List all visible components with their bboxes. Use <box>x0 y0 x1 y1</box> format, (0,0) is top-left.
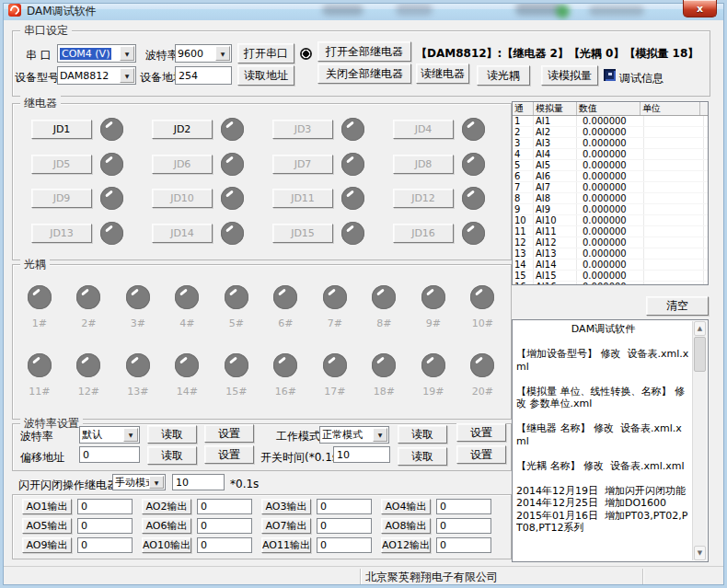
flash-mode-combobox[interactable]: 手动模式 ▼ <box>112 474 166 490</box>
relay-button[interactable]: JD3 <box>272 120 333 139</box>
close-button[interactable]: x <box>683 0 717 17</box>
relay-button[interactable]: JD16 <box>393 224 454 243</box>
ao-output-input[interactable]: 0 <box>197 499 252 514</box>
clear-button[interactable]: 清空 <box>646 296 709 316</box>
ao-output-button[interactable]: AO7输出 <box>261 518 311 534</box>
relay-button[interactable]: JD13 <box>31 224 92 243</box>
ao-output-input[interactable]: 0 <box>77 499 133 514</box>
flash-time-input[interactable]: 10 <box>172 474 225 490</box>
baudrate-read-button[interactable]: 读取 <box>147 425 197 444</box>
ao-output-button[interactable]: AO8输出 <box>381 518 431 534</box>
ao-output-button[interactable]: AO3输出 <box>261 499 311 514</box>
read-relay-button[interactable]: 读继电器 <box>416 63 469 84</box>
chevron-down-icon[interactable]: ▼ <box>120 46 134 61</box>
relay-button[interactable]: JD7 <box>272 155 333 174</box>
ao-output-input[interactable]: 0 <box>197 537 252 553</box>
ao-output-button[interactable]: AO12输出 <box>381 537 431 553</box>
analog-table-row[interactable]: 2 AI2 0.000000 <box>513 127 708 138</box>
chevron-down-icon[interactable]: ▼ <box>149 476 164 489</box>
analog-table-row[interactable]: 16 AI16 0.000000 <box>513 282 708 285</box>
ao-output-button[interactable]: AO11输出 <box>261 537 311 553</box>
offset-read-button[interactable]: 读取 <box>147 446 197 465</box>
read-analog-button[interactable]: 读模拟量 <box>541 65 598 86</box>
analog-table-row[interactable]: 15 AI15 0.000000 <box>513 271 708 282</box>
analog-table-row[interactable]: 1 AI1 0.000000 <box>513 116 708 127</box>
chevron-down-icon[interactable]: ▼ <box>373 428 387 442</box>
ao-output-input[interactable]: 0 <box>77 518 133 534</box>
relay-button[interactable]: JD12 <box>393 189 454 208</box>
relay-button[interactable]: JD6 <box>152 155 213 174</box>
ao-output-button[interactable]: AO1输出 <box>22 499 72 514</box>
relay-button[interactable]: JD14 <box>152 224 213 243</box>
ao-output-input[interactable]: 0 <box>317 537 372 553</box>
ao-output-input[interactable]: 0 <box>317 499 372 514</box>
port-combobox[interactable]: COM4 (V) ▼ <box>57 44 136 63</box>
analog-table-row[interactable]: 5 AI5 0.000000 <box>513 160 708 171</box>
ao-output-button[interactable]: AO5输出 <box>22 518 72 534</box>
relay-button[interactable]: JD10 <box>152 189 213 208</box>
relay-button[interactable]: JD2 <box>152 120 213 139</box>
ao-output-input[interactable]: 0 <box>197 518 252 534</box>
switchtime-input[interactable]: 10 <box>333 446 390 463</box>
analog-table-row[interactable]: 10 AI10 0.000000 <box>513 215 708 226</box>
relay-button[interactable]: JD4 <box>393 120 454 139</box>
log-panel[interactable]: DAM调试软件 【增加设备型号】 修改 设备表.xml.xml【模拟量 单位、线… <box>512 319 709 562</box>
switchtime-read-button[interactable]: 读取 <box>398 447 447 466</box>
workmode-set-button[interactable]: 设置 <box>456 423 506 442</box>
relay-button[interactable]: JD11 <box>272 189 333 208</box>
analog-table-row[interactable]: 7 AI7 0.000000 <box>513 182 708 193</box>
analog-table-row[interactable]: 13 AI13 0.000000 <box>513 248 708 259</box>
debug-info-icon[interactable] <box>604 69 616 81</box>
scrollbar-thumb[interactable] <box>694 337 706 372</box>
baudrate-set-button[interactable]: 设置 <box>204 424 254 443</box>
workmode-read-button[interactable]: 读取 <box>398 425 447 444</box>
opto-cell: 15# <box>212 341 261 409</box>
offset-addr-input[interactable]: 0 <box>79 446 140 463</box>
cell-analog: AI2 <box>534 127 577 137</box>
ao-output-button[interactable]: AO10输出 <box>142 537 191 553</box>
analog-table-row[interactable]: 3 AI3 0.000000 <box>513 138 708 149</box>
open-all-relays-button[interactable]: 打开全部继电器 <box>317 41 411 62</box>
analog-table-row[interactable]: 14 AI14 0.000000 <box>513 259 708 271</box>
open-serial-button[interactable]: 打开串口 <box>237 43 294 63</box>
analog-table-row[interactable]: 6 AI6 0.000000 <box>513 171 708 182</box>
device-model-combobox[interactable]: DAM8812 ▼ <box>57 66 136 85</box>
ao-output-button[interactable]: AO4输出 <box>381 499 431 514</box>
opto-channel-label: 15# <box>225 386 247 398</box>
ao-output-input[interactable]: 0 <box>77 537 133 553</box>
close-all-relays-button[interactable]: 关闭全部继电器 <box>317 63 411 84</box>
analog-table-row[interactable]: 4 AI4 0.000000 <box>513 149 708 160</box>
ao-output-input[interactable]: 0 <box>436 518 491 534</box>
scroll-up-icon[interactable]: ▲ <box>694 321 706 336</box>
chevron-down-icon[interactable]: ▼ <box>215 46 230 61</box>
log-scrollbar[interactable]: ▲ ▼ <box>692 321 707 560</box>
ao-output-button[interactable]: AO2输出 <box>142 499 191 514</box>
scroll-down-icon[interactable]: ▼ <box>694 546 706 560</box>
relay-button[interactable]: JD5 <box>31 155 92 174</box>
analog-table-row[interactable]: 9 AI9 0.000000 <box>513 204 708 215</box>
ao-output-button[interactable]: AO9输出 <box>22 537 72 553</box>
chevron-down-icon[interactable]: ▼ <box>123 428 138 442</box>
ao-output-input[interactable]: 0 <box>317 518 372 534</box>
ao-output-cell: AO7输出 0 <box>261 516 381 536</box>
analog-table-row[interactable]: 8 AI8 0.000000 <box>513 193 708 204</box>
ao-output-input[interactable]: 0 <box>436 499 491 514</box>
relay-button[interactable]: JD15 <box>272 224 333 243</box>
baud-combobox[interactable]: 9600 ▼ <box>175 44 232 63</box>
relay-button[interactable]: JD9 <box>31 189 92 208</box>
relay-button[interactable]: JD8 <box>393 155 454 174</box>
workmode-combobox[interactable]: 正常模式 ▼ <box>319 426 389 444</box>
device-addr-input[interactable]: 254 <box>175 66 232 85</box>
read-addr-button[interactable]: 读取地址 <box>237 65 294 86</box>
relay-button[interactable]: JD1 <box>31 120 92 139</box>
switchtime-set-button[interactable]: 设置 <box>456 445 506 464</box>
ao-output-button[interactable]: AO6输出 <box>142 518 191 534</box>
offset-set-button[interactable]: 设置 <box>204 445 254 464</box>
chevron-down-icon[interactable]: ▼ <box>120 68 134 83</box>
cell-analog: AI10 <box>534 215 577 225</box>
read-opto-button[interactable]: 读光耦 <box>477 65 530 86</box>
analog-table-row[interactable]: 11 AI11 0.000000 <box>513 226 708 237</box>
ao-output-input[interactable]: 0 <box>436 537 491 553</box>
analog-table-row[interactable]: 12 AI12 0.000000 <box>513 237 708 248</box>
baudrate-combobox[interactable]: 默认 ▼ <box>79 426 140 444</box>
